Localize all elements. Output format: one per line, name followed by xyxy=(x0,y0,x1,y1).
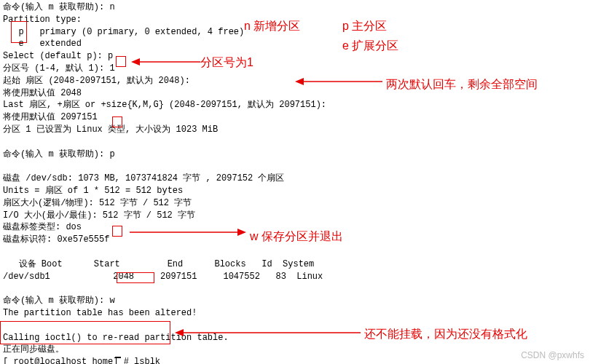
line: Last 扇区, +扇区 or +size{K,M,G} (2048-20971… xyxy=(3,100,326,110)
line: I/O 大小(最小/最佳): 512 字节 / 512 字节 xyxy=(3,210,195,221)
arrow-icon xyxy=(130,226,246,239)
line: 将使用默认值 2097151 xyxy=(3,112,98,122)
arrow-icon xyxy=(131,57,200,67)
redbox-p-e xyxy=(11,21,27,43)
arrow-icon xyxy=(175,328,361,338)
line: 将使用默认值 2048 xyxy=(3,88,82,98)
svg-marker-7 xyxy=(175,329,184,336)
line: 磁盘 /dev/sdb: 1073 MB, 1073741824 字节 , 20… xyxy=(3,173,284,183)
annotation-no-mount: 还不能挂载，因为还没有格式化 xyxy=(364,326,527,342)
annotation-default-enter: 两次默认回车，剩余全部空间 xyxy=(386,76,538,92)
line: 正在同步磁盘。 xyxy=(3,344,64,355)
line: 分区号 (1-4, 默认 1): 1 xyxy=(3,63,115,74)
line: 磁盘标签类型: dos xyxy=(3,222,82,232)
line: 命令(输入 m 获取帮助): n xyxy=(3,2,115,12)
line: /dev/sdb1 2048 2097151 1047552 83 Linux xyxy=(3,272,323,282)
line: Select (default p): p xyxy=(3,51,113,61)
redbox-w-cmd xyxy=(112,226,122,237)
line: p primary (0 primary, 0 extended, 4 free… xyxy=(3,27,244,37)
line: 起始 扇区 (2048-2097151, 默认为 2048): xyxy=(3,76,190,86)
line: 磁盘标识符: 0xe57e555f xyxy=(3,234,109,245)
line: The partition table has been altered! xyxy=(3,308,197,318)
line: 命令(输入 m 获取帮助): w xyxy=(3,296,115,306)
terminal-cursor xyxy=(115,357,121,358)
svg-marker-5 xyxy=(237,229,246,236)
line: 设备 Boot Start End Blocks Id System xyxy=(3,259,314,269)
line: [ root@localhost home] # lsblk xyxy=(3,357,160,364)
terminal-output: 命令(输入 m 获取帮助): n Partition type: p prima… xyxy=(0,0,337,364)
annotation-e-extended: e 扩展分区 xyxy=(342,38,398,54)
watermark: CSDN @pxwhfs xyxy=(521,349,584,362)
arrow-icon xyxy=(295,73,382,90)
redbox-sdb xyxy=(0,321,170,344)
annotation-partition-1: 分区号为1 xyxy=(200,55,253,71)
redbox-lsblk xyxy=(117,272,154,283)
line: 扇区大小(逻辑/物理): 512 字节 / 512 字节 xyxy=(3,198,192,208)
line: 命令(输入 m 获取帮助): p xyxy=(3,149,115,159)
svg-marker-3 xyxy=(295,78,304,85)
annotation-p-primary: p 主分区 xyxy=(342,18,387,34)
line: Units = 扇区 of 1 * 512 = 512 bytes xyxy=(3,186,183,196)
redbox-partition-num xyxy=(116,56,126,67)
annotation-n-new: n 新增分区 xyxy=(244,18,300,34)
annotation-w-save: w 保存分区并退出 xyxy=(250,229,343,245)
redbox-p-cmd xyxy=(112,116,122,127)
line: 分区 1 已设置为 Linux 类型, 大小设为 1023 MiB xyxy=(3,124,218,135)
svg-marker-1 xyxy=(131,58,140,66)
